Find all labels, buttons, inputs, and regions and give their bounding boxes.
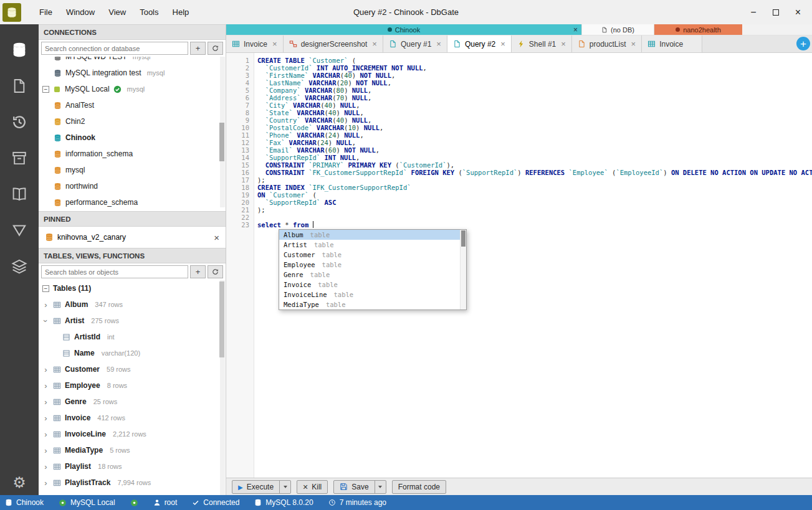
database-tree-item[interactable]: information_schema [39, 146, 226, 162]
tables-scrollbar[interactable] [220, 280, 225, 495]
collapse-box-icon[interactable] [42, 285, 49, 292]
table-tree-item[interactable]: Invoice412 rows [39, 410, 226, 426]
sidebar-files-button[interactable] [0, 68, 39, 104]
status-connection-item[interactable]: MySQL Local [51, 495, 123, 510]
status-version-item[interactable]: MySQL 8.0.20 [247, 495, 320, 510]
chevron-right-icon[interactable] [42, 382, 49, 390]
pinned-item[interactable]: knihovna_v2_canary [39, 227, 226, 248]
status-user-item[interactable]: root [146, 495, 185, 510]
settings-gear-icon[interactable] [12, 475, 26, 490]
menu-window[interactable]: Window [59, 0, 102, 24]
autocomplete-item[interactable]: InvoiceLinetable [279, 290, 466, 300]
tables-scrollbar-thumb[interactable] [219, 281, 224, 357]
sidebar-plugins-button[interactable] [0, 248, 39, 285]
tab-invoice[interactable]: Invoice [642, 35, 702, 52]
chevron-right-icon[interactable] [42, 414, 49, 422]
tables-search-input[interactable] [41, 265, 188, 278]
sidebar-query-designer-button[interactable] [0, 212, 39, 248]
table-tree-item[interactable]: MediaType5 rows [39, 442, 226, 458]
table-tree-item[interactable]: Album347 rows [39, 296, 226, 313]
table-tree-item[interactable]: Genre25 rows [39, 394, 226, 410]
tab-group-1[interactable]: (no DB) [581, 24, 654, 35]
table-tree-item[interactable]: Playlist18 rows [39, 458, 226, 475]
table-tree-item[interactable]: Employee8 rows [39, 377, 226, 394]
close-tab-icon[interactable] [436, 39, 441, 49]
autocomplete-scrollbar[interactable] [460, 230, 466, 309]
connections-scrollbar-thumb[interactable] [219, 123, 224, 161]
tab-invoice[interactable]: Invoice [226, 35, 284, 52]
database-tree-item[interactable]: AnalTest [39, 97, 226, 113]
tab-productlist[interactable]: productList [572, 35, 642, 52]
add-connection-button[interactable] [190, 42, 206, 55]
column-tree-item[interactable]: Namevarchar(120) [39, 345, 226, 361]
table-tree-item[interactable]: Artist275 rows [39, 313, 226, 329]
menu-view[interactable]: View [102, 0, 133, 24]
chevron-right-icon[interactable] [42, 479, 49, 487]
connections-scrollbar[interactable] [220, 57, 225, 207]
chevron-right-icon[interactable] [42, 446, 49, 455]
close-tab-icon[interactable] [500, 39, 505, 49]
menu-file[interactable]: File [32, 0, 59, 24]
autocomplete-item[interactable]: Employeetable [279, 260, 466, 270]
save-dropdown-button[interactable] [375, 481, 386, 493]
new-tab-button[interactable] [796, 37, 810, 50]
status-online-dot-item[interactable] [123, 495, 146, 510]
database-tree-item[interactable]: performance_schema [39, 194, 226, 207]
chevron-right-icon[interactable] [42, 366, 49, 374]
execute-button[interactable]: Execute [232, 481, 279, 493]
autocomplete-item[interactable]: Invoicetable [279, 280, 466, 290]
connection-tree-item[interactable]: MySQL Localmysql [39, 81, 226, 97]
tab-query-1[interactable]: Query #1 [383, 35, 447, 52]
close-group-icon[interactable] [573, 26, 578, 34]
table-tree-item[interactable]: PlaylistTrack7,994 rows [39, 475, 226, 491]
unpin-close-icon[interactable] [214, 232, 219, 243]
tab-group-2[interactable]: nano2health [654, 24, 742, 35]
maximize-icon[interactable] [773, 9, 779, 16]
close-tab-icon[interactable] [272, 39, 277, 49]
tab-shell-1[interactable]: Shell #1 [512, 35, 572, 52]
autocomplete-item[interactable]: Albumtable [279, 230, 466, 240]
refresh-connections-button[interactable] [208, 42, 223, 55]
chevron-right-icon[interactable] [42, 430, 49, 438]
close-tab-icon[interactable] [631, 39, 636, 49]
table-tree-item[interactable]: Customer59 rows [39, 361, 226, 377]
chevron-down-icon[interactable] [42, 317, 49, 325]
tab-group-0[interactable]: Chinook [226, 24, 581, 35]
add-table-button[interactable] [190, 265, 206, 278]
sidebar-docs-button[interactable] [0, 176, 39, 212]
connection-tree-item[interactable]: MySQL integration testmysql [39, 65, 226, 81]
connections-search-input[interactable] [41, 42, 188, 55]
kill-button[interactable]: Kill [297, 480, 328, 494]
autocomplete-item[interactable]: Artisttable [279, 240, 466, 250]
status-database-item[interactable]: Chinook [0, 495, 51, 510]
database-tree-item[interactable]: mysql [39, 162, 226, 178]
autocomplete-item[interactable]: MediaTypetable [279, 300, 466, 309]
refresh-tables-button[interactable] [208, 265, 223, 278]
collapse-box-icon[interactable] [42, 86, 49, 93]
sidebar-archive-button[interactable] [0, 140, 39, 176]
chevron-right-icon[interactable] [42, 398, 49, 406]
autocomplete-scrollbar-thumb[interactable] [461, 230, 466, 247]
tables-root-item[interactable]: Tables (11) [39, 280, 226, 296]
database-tree-item[interactable]: Chinook [39, 130, 226, 146]
tab-designerscreenshot[interactable]: designerScreenshot [284, 35, 383, 52]
close-tab-icon[interactable] [561, 39, 566, 49]
save-button[interactable]: Save [334, 481, 374, 493]
close-icon[interactable]: × [795, 7, 801, 17]
menu-help[interactable]: Help [166, 0, 196, 24]
chevron-right-icon[interactable] [42, 301, 49, 309]
connection-tree-item[interactable]: MYSQL WD TESTmysql [39, 57, 226, 65]
chevron-right-icon[interactable] [42, 463, 49, 471]
status-connected-item[interactable]: Connected [184, 495, 247, 510]
autocomplete-item[interactable]: Customertable [279, 250, 466, 260]
database-tree-item[interactable]: northwind [39, 178, 226, 194]
status-last-used-item[interactable]: 7 minutes ago [321, 495, 394, 510]
sidebar-history-button[interactable] [0, 104, 39, 140]
table-tree-item[interactable]: InvoiceLine2,212 rows [39, 426, 226, 442]
execute-dropdown-button[interactable] [279, 481, 290, 493]
format-code-button[interactable]: Format code [392, 480, 446, 494]
minimize-icon[interactable]: − [750, 7, 756, 17]
column-tree-item[interactable]: ArtistIdint [39, 329, 226, 345]
sidebar-connections-button[interactable] [0, 32, 39, 68]
menu-tools[interactable]: Tools [133, 0, 165, 24]
